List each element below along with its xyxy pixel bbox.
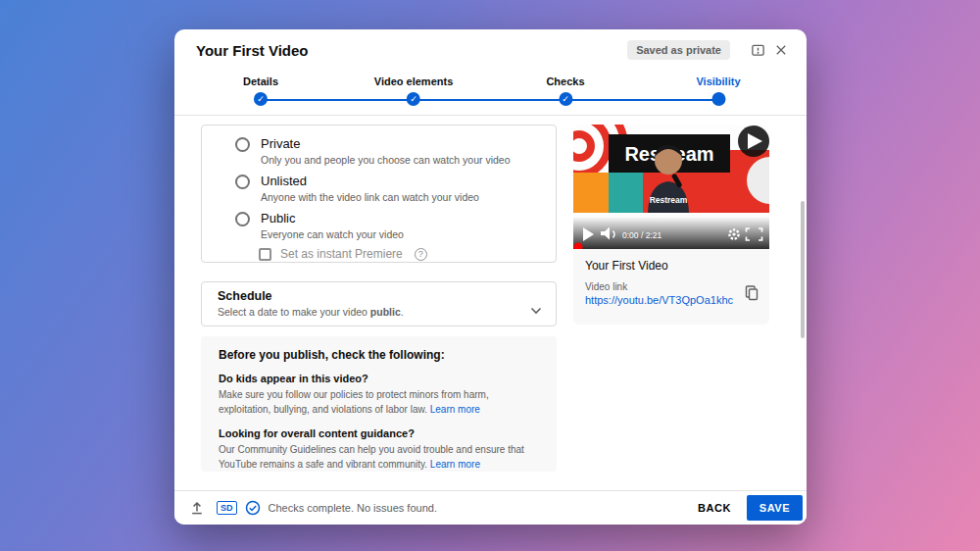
save-button[interactable]: SAVE [747,495,803,521]
step-visibility[interactable]: Visibility [696,75,740,106]
video-link-url[interactable]: https://youtu.be/VT3QpOa1khc [585,294,758,306]
copy-link-button[interactable] [744,284,760,306]
play-overlay-button[interactable] [738,125,769,157]
stepper: Details ✓ Video elements ✓ Checks ✓ Visi… [174,71,807,116]
sd-quality-badge: SD [217,501,237,515]
step-current-icon [711,92,725,106]
step-complete-icon: ✓ [254,92,268,106]
video-link-label: Video link [585,281,758,292]
public-radio[interactable] [235,212,250,226]
checks-status-text: Checks complete. No issues found. [269,502,437,514]
player-time: 0:00 / 2:21 [622,230,662,240]
feedback-icon [751,43,765,58]
video-info-box: Your First Video Video link https://yout… [573,249,769,325]
step-details[interactable]: Details ✓ [243,75,278,106]
upload-dialog: Your First Video Saved as private Detail… [174,29,807,525]
option-private[interactable]: Private Only you and people you choose c… [235,132,540,170]
step-checks[interactable]: Checks ✓ [546,75,584,106]
check-item-kids: Do kids appear in this video? Make sure … [219,373,539,417]
copy-icon [744,284,760,302]
dialog-footer: SD Checks complete. No issues found. BAC… [174,490,807,525]
schedule-expander[interactable]: Schedule Select a date to make your vide… [201,281,557,326]
video-preview-panel: Restream Restream 0:00 / [573,125,769,325]
option-public[interactable]: Public Everyone can watch your video [235,207,540,244]
help-icon[interactable]: ? [415,248,427,261]
check-item-guidance: Looking for overall content guidance? Ou… [219,427,539,472]
video-thumbnail: Restream Restream 0:00 / [573,125,769,249]
close-icon [774,43,788,57]
upload-icon [189,500,205,516]
visibility-options-card: Private Only you and people you choose c… [201,125,557,263]
saved-status-badge: Saved as private [627,40,730,60]
close-button[interactable] [769,38,793,62]
processing-upload-button[interactable] [185,496,209,520]
thumb-brand-small: Restream [650,195,688,205]
step-complete-icon: ✓ [407,92,420,106]
preview-video-title: Your First Video [585,259,758,273]
learn-more-link[interactable]: Learn more [430,459,480,470]
step-complete-icon: ✓ [559,92,572,106]
video-player[interactable]: Restream Restream 0:00 / [573,125,769,249]
instant-premiere-row: Set as instant Premiere ? [259,247,540,261]
dialog-header: Your First Video Saved as private [174,29,807,71]
checks-complete-icon [245,500,261,516]
chevron-down-icon[interactable] [530,301,542,319]
unlisted-radio[interactable] [235,175,250,189]
publish-checks-title: Before you publish, check the following: [219,348,539,362]
scrollbar-thumb[interactable] [801,201,805,338]
private-radio[interactable] [235,137,250,152]
dialog-title: Your First Video [196,42,308,59]
learn-more-link[interactable]: Learn more [430,404,480,415]
stepper-progress-line [261,99,718,101]
feedback-button[interactable] [746,38,769,62]
option-unlisted[interactable]: Unlisted Anyone with the video link can … [235,170,540,207]
instant-premiere-checkbox[interactable] [259,248,271,261]
step-video-elements[interactable]: Video elements ✓ [374,75,454,106]
back-button[interactable]: BACK [688,496,741,520]
schedule-description: Select a date to make your video public. [218,306,540,318]
publish-checks-section: Before you publish, check the following:… [201,336,557,472]
